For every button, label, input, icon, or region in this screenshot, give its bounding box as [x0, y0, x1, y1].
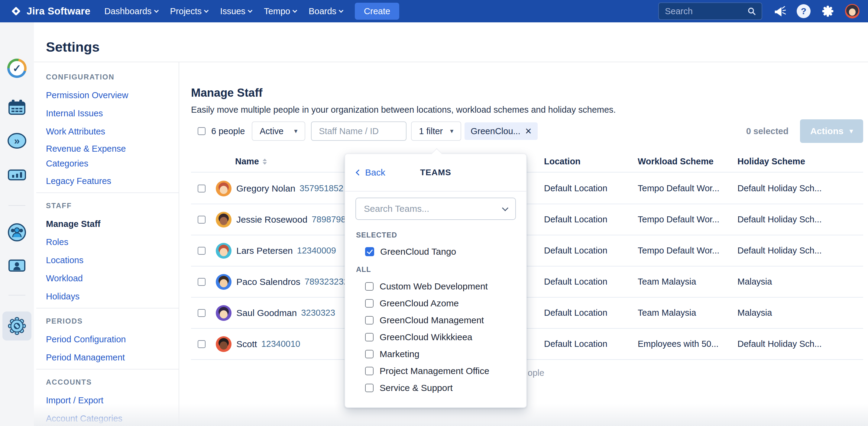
chevron-down-icon — [339, 8, 344, 13]
row-checkbox[interactable] — [198, 309, 206, 317]
checkbox-checked[interactable] — [365, 247, 374, 256]
actions-button[interactable]: Actions ▾ — [800, 119, 863, 143]
checkbox-unchecked[interactable] — [365, 299, 374, 307]
timesheet-calendar-icon[interactable] — [7, 98, 27, 117]
avatar — [216, 305, 231, 321]
section-header-accounts: ACCOUNTS — [46, 378, 155, 386]
row-checkbox[interactable] — [198, 247, 206, 255]
sort-icon[interactable] — [262, 159, 267, 165]
create-button[interactable]: Create — [355, 3, 399, 20]
menu-dashboards[interactable]: Dashboards — [98, 0, 164, 22]
staff-search-input[interactable] — [311, 122, 406, 141]
menu-issues[interactable]: Issues — [214, 0, 258, 22]
announcements-icon[interactable] — [773, 5, 786, 18]
team-label: GreenCloud Management — [380, 315, 484, 325]
search-teams-select[interactable]: Search Teams... — [355, 198, 516, 220]
row-checkbox[interactable] — [198, 185, 206, 192]
tempo-check-icon: ✓ — [10, 61, 24, 75]
settings-gear-icon[interactable] — [7, 316, 27, 336]
column-header-name[interactable]: Name — [235, 157, 267, 166]
nav-item-permission-overview[interactable]: Permission Overview — [46, 86, 155, 104]
workload-cell: Team Malaysia — [638, 277, 696, 287]
pagination-text-fragment: ople — [528, 368, 544, 378]
menu-tempo[interactable]: Tempo — [258, 0, 303, 22]
checkbox-unchecked[interactable] — [365, 384, 374, 392]
back-button[interactable]: Back — [356, 167, 385, 178]
avatar — [216, 274, 231, 290]
status-filter-dropdown[interactable]: Active ▾ — [252, 122, 305, 141]
staff-id-link[interactable]: 12340010 — [261, 339, 300, 349]
selected-count: 0 selected — [746, 126, 788, 136]
staff-name: Gregory Nolan — [236, 184, 295, 194]
gear-icon[interactable] — [822, 5, 834, 18]
staff-id-link[interactable]: 12340009 — [297, 245, 336, 256]
filter-chip-greencloud[interactable]: GreenClou... × — [465, 122, 537, 140]
team-option[interactable]: Custom Web Development — [345, 278, 526, 295]
table-row[interactable]: Lars Petersen 12340009 Default Location … — [191, 235, 863, 266]
table-row[interactable]: Scott 12340010 Default Location Employee… — [191, 329, 863, 360]
nav-item-locations[interactable]: Locations — [46, 251, 155, 269]
jira-logo-icon — [10, 5, 22, 17]
staff-card-icon[interactable] — [7, 256, 27, 275]
team-option-selected[interactable]: GreenCloud Tango — [365, 247, 526, 257]
chevron-left-icon — [356, 169, 362, 175]
table-row[interactable]: Saul Goodman 3230323 Default Location Te… — [191, 298, 863, 329]
skip-forward-icon[interactable]: » — [7, 131, 27, 151]
checkbox-unchecked[interactable] — [365, 316, 374, 325]
select-all-checkbox[interactable] — [198, 127, 206, 135]
jira-brand[interactable]: Jira Software — [10, 5, 90, 17]
team-option[interactable]: Project Management Office — [345, 363, 526, 380]
row-checkbox[interactable] — [198, 278, 206, 286]
checkbox-unchecked[interactable] — [365, 367, 374, 375]
close-icon[interactable]: × — [525, 126, 532, 137]
user-avatar[interactable] — [845, 4, 860, 19]
nav-item-work-attributes[interactable]: Work Attributes — [46, 122, 155, 140]
checkbox-unchecked[interactable] — [365, 333, 374, 341]
workload-cell: Tempo Default Wor... — [638, 184, 719, 193]
nav-item-holidays[interactable]: Holidays — [46, 287, 155, 305]
team-option[interactable]: GreenCloud Wikkkieea — [345, 329, 526, 346]
team-option[interactable]: Marketing — [345, 346, 526, 363]
table-row[interactable]: Gregory Nolan 357951852 Default Location… — [191, 173, 863, 204]
team-option[interactable]: Service & Support — [345, 380, 526, 396]
row-checkbox[interactable] — [198, 216, 206, 224]
team-label: Custom Web Development — [380, 281, 488, 292]
rail-divider — [8, 205, 25, 206]
table-row[interactable]: Paco Salendros 789323232 Default Locatio… — [191, 266, 863, 298]
row-checkbox[interactable] — [198, 340, 206, 348]
staff-table: Gregory Nolan 357951852 Default Location… — [191, 173, 863, 360]
global-search[interactable] — [658, 2, 762, 20]
menu-boards[interactable]: Boards — [303, 0, 349, 22]
nav-item-legacy-features[interactable]: Legacy Features — [46, 172, 155, 190]
teams-icon[interactable] — [7, 223, 27, 242]
checkbox-unchecked[interactable] — [365, 282, 374, 291]
staff-name: Paco Salendros — [236, 277, 301, 287]
staff-id-link[interactable]: 3230323 — [301, 308, 335, 318]
nav-item-manage-staff[interactable]: Manage Staff — [46, 215, 155, 233]
team-option[interactable]: GreenCloud Management — [345, 312, 526, 329]
brand-name: Jira Software — [27, 5, 90, 17]
nav-item-workload[interactable]: Workload — [46, 269, 155, 287]
staff-name: Jessie Rosewood — [236, 215, 307, 225]
team-option[interactable]: GreenCloud Azome — [345, 295, 526, 312]
nav-item-period-management[interactable]: Period Management — [46, 348, 155, 366]
table-row[interactable]: Jessie Rosewood 78987987 Default Locatio… — [191, 204, 863, 235]
nav-item-internal-issues[interactable]: Internal Issues — [46, 104, 155, 122]
nav-item-period-configuration[interactable]: Period Configuration — [46, 330, 155, 348]
location-cell: Default Location — [544, 339, 608, 349]
menu-projects[interactable]: Projects — [164, 0, 214, 22]
reports-chart-icon[interactable] — [7, 165, 27, 185]
team-label: Project Management Office — [380, 366, 489, 376]
holiday-cell: Default Holiday Sch... — [738, 339, 822, 349]
help-icon[interactable]: ? — [797, 4, 811, 18]
global-search-input[interactable] — [664, 6, 747, 17]
location-cell: Default Location — [544, 184, 608, 193]
nav-item-revenue-expense-categories[interactable]: Revenue & Expense Categories — [46, 140, 155, 172]
nav-item-roles[interactable]: Roles — [46, 233, 155, 251]
filter-dropdown[interactable]: 1 filter ▾ — [411, 122, 461, 141]
staff-id-link[interactable]: 789323232 — [305, 277, 348, 287]
caret-down-icon: ▾ — [450, 127, 453, 135]
checkbox-unchecked[interactable] — [365, 350, 374, 358]
staff-id-link[interactable]: 357951852 — [300, 184, 343, 193]
tempo-logo-icon[interactable]: ✓ — [7, 59, 27, 78]
